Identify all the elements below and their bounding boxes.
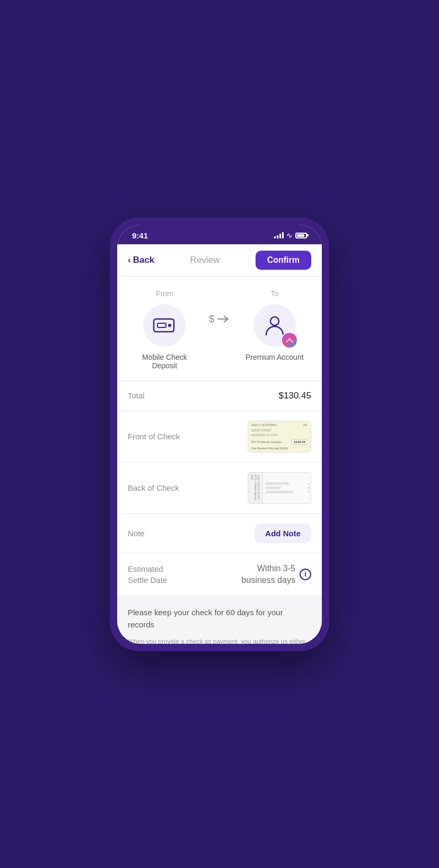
from-name: Mobile Check Deposit bbox=[135, 353, 194, 370]
phone-shell: 9:41 ∿ ‹ Back bbox=[110, 217, 329, 651]
to-name: Premium Account bbox=[245, 353, 304, 361]
back-check-row: Back of Check Gary Thomas 01325-5771 • M… bbox=[117, 463, 322, 514]
from-label: From bbox=[156, 289, 173, 298]
wifi-icon: ∿ bbox=[286, 231, 293, 240]
battery-body bbox=[295, 233, 307, 238]
front-check-label: Front of Check bbox=[128, 432, 180, 441]
to-label: To bbox=[270, 289, 278, 298]
nav-title: Review bbox=[190, 255, 220, 265]
from-party: From Mobile Check Deposit bbox=[135, 289, 194, 370]
transfer-arrow-icon: $ bbox=[209, 313, 230, 329]
settle-date-text: Within 3-5business days bbox=[242, 563, 295, 587]
svg-point-5 bbox=[270, 317, 279, 325]
front-check-image[interactable]: ALEX J. CUSTOMER 101 123 MY STREET HOUST… bbox=[248, 421, 311, 453]
total-value: $130.45 bbox=[279, 391, 311, 401]
transfer-section: From Mobile Check Deposit $ bbox=[117, 277, 322, 381]
signal-bar-3 bbox=[279, 234, 281, 238]
chevron-left-icon: ‹ bbox=[128, 255, 131, 265]
signal-bar-2 bbox=[277, 235, 278, 238]
signal-bar-1 bbox=[274, 236, 276, 238]
signal-bars-icon bbox=[274, 232, 284, 238]
phone-screen: 9:41 ∿ ‹ Back bbox=[117, 225, 322, 644]
to-icon-circle bbox=[253, 304, 296, 347]
svg-rect-1 bbox=[157, 323, 166, 327]
battery-fill bbox=[297, 234, 304, 237]
front-check-row: Front of Check ALEX J. CUSTOMER 101 123 … bbox=[117, 411, 322, 463]
total-label: Total bbox=[128, 391, 145, 400]
premium-badge-icon bbox=[281, 332, 298, 349]
disclaimer-body: When you provide a check as payment, you… bbox=[128, 637, 311, 643]
back-label: Back bbox=[133, 255, 155, 265]
confirm-button[interactable]: Confirm bbox=[256, 251, 311, 270]
nav-bar: ‹ Back Review Confirm bbox=[117, 244, 322, 277]
back-check-image[interactable]: Gary Thomas 01325-5771 • Mobile deposit … bbox=[248, 472, 311, 504]
person-icon bbox=[264, 314, 285, 337]
back-button[interactable]: ‹ Back bbox=[128, 255, 154, 265]
back-check-right-panel bbox=[263, 473, 307, 503]
settle-date-value: Within 3-5business days i bbox=[242, 563, 311, 587]
disclaimer-title: Please keep your check for 60 days for y… bbox=[128, 607, 311, 631]
notch bbox=[188, 225, 251, 240]
check-deposit-icon bbox=[153, 317, 176, 334]
settle-date-row: EstimatedSettle Date Within 3-5business … bbox=[117, 553, 322, 597]
settle-date-label: EstimatedSettle Date bbox=[128, 563, 167, 586]
total-row: Total $130.45 bbox=[117, 381, 322, 411]
disclaimer-section: Please keep your check for 60 days for y… bbox=[117, 596, 322, 643]
add-note-button[interactable]: Add Note bbox=[254, 524, 311, 543]
battery-icon bbox=[295, 233, 307, 238]
to-party: To Premium Ac bbox=[245, 289, 304, 361]
note-row: Note Add Note bbox=[117, 514, 322, 553]
status-time: 9:41 bbox=[132, 231, 148, 240]
svg-point-2 bbox=[168, 324, 171, 327]
back-check-left-panel: Gary Thomas 01325-5771 • Mobile deposit … bbox=[248, 473, 263, 503]
note-label: Note bbox=[128, 529, 145, 538]
back-check-label: Back of Check bbox=[128, 483, 179, 492]
info-icon[interactable]: i bbox=[300, 569, 311, 580]
back-check-dots bbox=[307, 473, 311, 503]
content-area: From Mobile Check Deposit $ bbox=[117, 277, 322, 644]
from-icon-circle bbox=[143, 304, 186, 347]
status-icons: ∿ bbox=[274, 231, 307, 240]
svg-text:$: $ bbox=[209, 314, 214, 324]
signal-bar-4 bbox=[282, 232, 284, 238]
